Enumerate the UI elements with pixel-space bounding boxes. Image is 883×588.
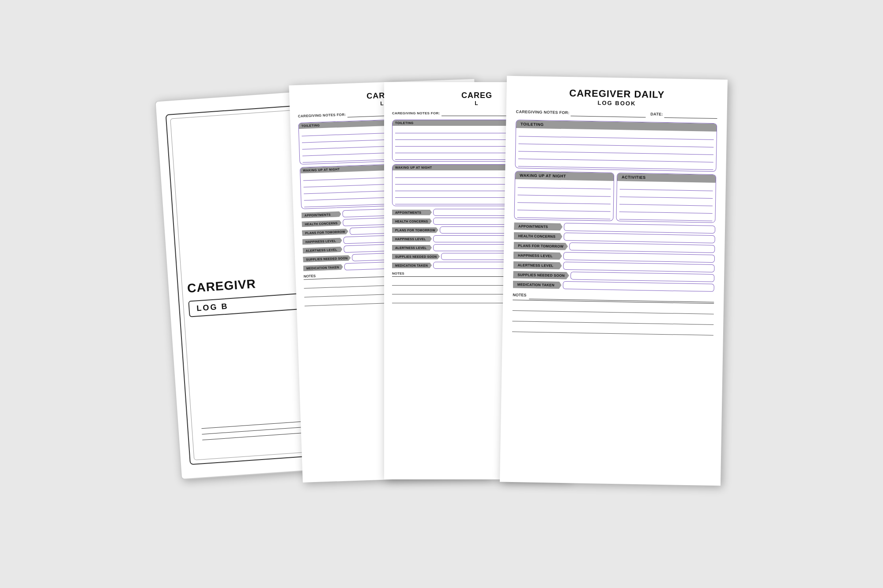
page-right: CAREGIVER DAILY LOG BOOK CAREGIVING NOTE… [500,76,728,486]
scene: CAREGIVR LOG B CAREG L CAREGIVING NOTES … [132,51,751,537]
happiness-label-back: HAPPINESS LEVEL [302,237,342,245]
plans-label-back: PLANS FOR TOMORROW [302,229,348,236]
caregiving-label: CAREGIVING NOTES FOR: [298,113,346,118]
caregiving-label-mid: CAREGIVING NOTES FOR: [392,111,440,115]
happiness-label-mid: HAPPINESS LEVEL [392,236,432,242]
caregiving-label-right: CAREGIVING NOTES FOR: [516,109,570,115]
alertness-label-mid: ALERTNESS LEVEL [392,245,432,251]
supplies-label-back: SUPPLIES NEEDED SOON [303,255,351,262]
activities-section-right: ACTIVITIES [616,173,716,223]
waking-section-right: WAKING UP AT NIGHT [514,171,614,221]
supplies-label-right: SUPPLIES NEEDED SOON [513,271,569,279]
cover-title: CAREGIVR [187,274,299,295]
alertness-label-back: ALERTNESS LEVEL [302,246,342,253]
supplies-row-right: SUPPLIES NEEDED SOON [513,271,714,282]
happiness-label-right: HAPPINESS LEVEL [513,252,562,260]
waking-activities-row: WAKING UP AT NIGHT ACTIVITIES [514,171,716,223]
health-label-mid: HEALTH CONCERNS [392,219,432,224]
medication-label-mid: MEDICATION TAKEN [392,263,432,268]
notes-label-right: NOTES [513,293,526,298]
health-label-right: HEALTH CONCERNS [514,232,562,241]
appointments-label-back: APPOINTMENTS [301,211,341,218]
health-label-back: HEALTH CONCERNS [302,220,341,227]
medication-row-right: MEDICATION TAKEN [513,280,714,292]
plans-label-right: PLANS FOR TOMORROW [513,242,568,250]
health-row-right: HEALTH CONCERNS [514,232,715,243]
date-label-right: DATE: [650,112,663,116]
plans-row-right: PLANS FOR TOMORROW [513,241,715,253]
appointments-label-mid: APPOINTMENTS [392,210,432,215]
alertness-row-right: ALERTNESS LEVEL [513,261,714,272]
cover-subtitle: LOG B [196,297,292,313]
plans-label-mid: PLANS FOR TOMORROW [392,227,438,233]
happiness-row-right: HAPPINESS LEVEL [513,251,715,263]
medication-label-back: MEDICATION TAKEN [303,264,343,271]
appointments-label-right: APPOINTMENTS [514,222,562,231]
alertness-label-right: ALERTNESS LEVEL [513,261,562,270]
appointments-row-right: APPOINTMENTS [514,222,715,234]
supplies-label-mid: SUPPLIES NEEDED SOON [392,254,440,260]
medication-label-right: MEDICATION TAKEN [513,281,562,289]
toileting-section-right: TOILETING [515,120,717,172]
